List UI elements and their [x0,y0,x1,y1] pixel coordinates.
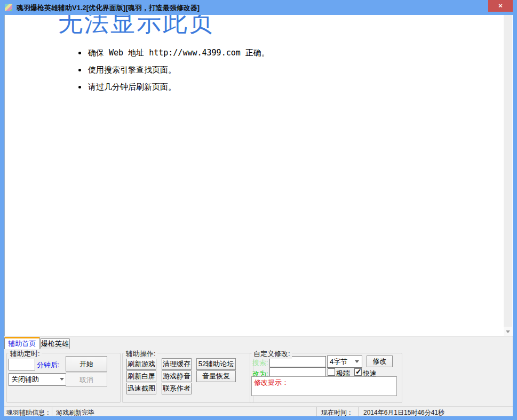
checkmark-icon: ✓ [355,367,362,376]
timer-group-title: 辅助定时: [9,349,42,359]
chevron-down-icon [60,378,64,381]
statusbar-divider [358,407,359,416]
tab-baoqiang-hero[interactable]: 爆枪英雄 [40,338,70,349]
search-label: 搜索: [252,358,268,368]
operations-group-title: 辅助操作: [124,349,157,359]
helper-action-select[interactable]: 关闭辅助 [9,373,67,386]
selected-action-value: 关闭辅助 [11,375,39,384]
restore-volume-button[interactable]: 音量恢复 [196,370,236,382]
tab-helper-home[interactable]: 辅助首页 [4,337,40,349]
byte-size-select[interactable]: 4字节 [327,356,362,368]
modify-button[interactable]: 修改 [367,356,393,367]
bullet-icon [78,69,81,71]
scroll-down-arrow-icon[interactable] [504,327,512,336]
quick-screenshot-button[interactable]: 迅速截图 [126,383,156,394]
refresh-game-button[interactable]: 刷新游戏 [126,358,156,370]
clear-cache-button[interactable]: 清理缓存 [162,358,192,370]
error-suggestion-list: 确保 Web 地址 http://www.4399.com 正确。 使用搜索引擎… [77,48,269,99]
extreme-checkbox[interactable]: ✓ [328,368,335,376]
selected-byte-value: 4字节 [330,357,347,367]
refresh-whitescreen-button[interactable]: 刷新白屏 [126,370,156,382]
window-title: 魂羽爆枪英雄辅助V1.2[优化界面版][魂羽，打造最强修改器] [17,3,200,13]
forum-52-button[interactable]: 52辅助论坛 [196,358,236,370]
list-item: 请过几分钟后刷新页面。 [77,82,269,92]
status-info-label: 魂羽辅助信息： [6,408,51,417]
suggestion-text: 确保 Web 地址 http://www.4399.com 正确。 [88,48,269,58]
app-icon [5,4,12,11]
mute-game-button[interactable]: 游戏静音 [162,370,192,382]
chevron-down-icon [355,360,359,363]
bullet-icon [78,86,81,88]
status-bar: 魂羽辅助信息： 游戏刷新完毕 现在时间： 2014年6月1日15时46分41秒 [4,406,513,416]
suggestion-text: 请过几分钟后刷新页面。 [88,82,176,92]
status-info-value: 游戏刷新完毕 [56,408,94,417]
vertical-scrollbar[interactable] [504,15,512,336]
minutes-input[interactable] [9,357,35,370]
browser-content-area: 无法显示此页 确保 Web 地址 http://www.4399.com 正确。… [4,15,513,336]
start-button[interactable]: 开始 [66,356,107,371]
modify-hint-label: 修改提示： [254,378,289,387]
current-time-label: 现在时间： [321,408,353,417]
tab-strip: 辅助首页 爆枪英雄 [4,336,513,349]
title-bar: 魂羽爆枪英雄辅助V1.2[优化界面版][魂羽，打造最强修改器] × [0,0,517,15]
fast-checkbox[interactable]: ✓ [354,368,362,376]
cancel-button[interactable]: 取消 [66,373,107,387]
minutes-after-label: 分钟后: [37,360,60,370]
list-item: 使用搜索引擎查找页面。 [77,65,269,75]
suggestion-text: 使用搜索引擎查找页面。 [88,65,176,75]
bullet-icon [78,52,81,54]
app-window: 魂羽爆枪英雄辅助V1.2[优化界面版][魂羽，打造最强修改器] × 无法显示此页… [0,0,517,420]
control-panel: 辅助定时: 分钟后: 开始 关闭辅助 取消 辅助操作: 刷新游戏 清理缓存 52… [4,349,513,406]
statusbar-divider [52,407,52,416]
list-item: 确保 Web 地址 http://www.4399.com 正确。 [77,48,269,58]
modify-hint-box: 修改提示： [251,376,397,396]
statusbar-divider [316,407,317,416]
close-button[interactable]: × [488,0,513,12]
current-time-value: 2014年6月1日15时46分41秒 [363,408,444,417]
modify-group-title: 自定义修改: [252,349,292,359]
contact-author-button[interactable]: 联系作者 [162,383,192,394]
error-page-heading: 无法显示此页 [58,15,215,39]
